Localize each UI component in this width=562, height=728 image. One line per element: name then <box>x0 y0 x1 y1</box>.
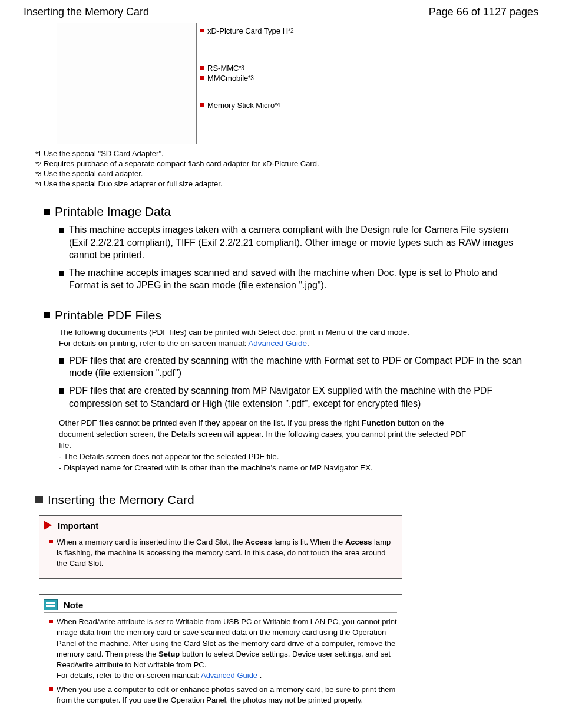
list-item: PDF files that are created by scanning f… <box>69 384 527 410</box>
table-card-label: xD-Picture Card Type H <box>207 27 288 35</box>
function-label: Function <box>362 419 395 427</box>
important-triangle-icon <box>44 521 52 530</box>
bullet-icon <box>49 540 53 543</box>
note-item-1: When Read/write attribute is set to Writ… <box>57 617 397 681</box>
bullet-icon <box>200 76 204 80</box>
pdf-case-2: - Displayed name for Created with is oth… <box>59 463 373 472</box>
page-indicator: Page 66 of 1127 pages <box>429 6 538 18</box>
note-item-2: When you use a computer to edit or enhan… <box>57 684 397 706</box>
bullet-icon <box>59 358 64 364</box>
table-card-sup: *2 <box>288 28 293 34</box>
bullet-icon <box>49 620 53 623</box>
section-heading-printable-pdf: Printable PDF Files <box>55 308 161 322</box>
section-bullet-icon <box>44 209 50 215</box>
footnote-num: *2 <box>35 160 41 167</box>
bullet-icon <box>200 103 204 107</box>
list-item: The machine accepts images scanned and s… <box>69 266 527 292</box>
note-book-icon <box>44 599 58 610</box>
table-card-label: MMCmobile <box>207 74 248 83</box>
pdf-case-1: - The Details screen does not appear for… <box>59 452 279 461</box>
section-heading-printable-image: Printable Image Data <box>55 205 171 219</box>
important-heading: Important <box>58 521 98 531</box>
footnote-text: Use the special "SD Card Adapter". <box>44 149 164 158</box>
pdf-intro-2-post: . <box>307 339 309 348</box>
section-heading-inserting: Inserting the Memory Card <box>48 493 194 507</box>
table-card-sup: *4 <box>275 102 280 108</box>
footnote-num: *4 <box>35 180 41 187</box>
bullet-icon <box>49 687 53 691</box>
table-card-sup: *3 <box>239 65 244 71</box>
table-card-label: Memory Stick Micro <box>207 101 275 110</box>
pdf-other-pre: Other PDF files cannot be printed even i… <box>59 419 362 427</box>
section-bullet-icon <box>44 312 50 318</box>
note-box: Note When Read/write attribute is set to… <box>39 594 402 716</box>
footnote-text: Use the special Duo size adapter or full… <box>44 179 223 188</box>
footnote-num: *3 <box>35 170 41 177</box>
important-text: When a memory card is inserted into the … <box>57 537 397 569</box>
section-square-icon <box>35 496 43 503</box>
advanced-guide-link[interactable]: Advanced Guide <box>248 339 307 348</box>
table-card-sup: *3 <box>248 75 253 81</box>
footnote-text: Requires purchase of a separate compact … <box>44 159 319 168</box>
table-card-label: RS-MMC <box>207 64 239 73</box>
note-heading: Note <box>64 600 83 610</box>
bullet-icon <box>59 228 64 233</box>
bullet-icon <box>200 29 204 32</box>
advanced-guide-link[interactable]: Advanced Guide <box>201 671 257 680</box>
footnote-text: Use the special card adapter. <box>44 169 143 178</box>
bullet-icon <box>59 388 64 394</box>
page-title: Inserting the Memory Card <box>24 6 149 18</box>
pdf-intro-1: The following documents (PDF files) can … <box>59 328 409 337</box>
bullet-icon <box>200 66 204 70</box>
list-item: PDF files that are created by scanning w… <box>69 354 527 380</box>
list-item: This machine accepts images taken with a… <box>69 223 527 262</box>
memory-card-table: xD-Picture Card Type H*2 RS-MMC*3 MMCmob… <box>57 23 419 144</box>
footnote-num: *1 <box>35 150 41 157</box>
bullet-icon <box>59 271 64 276</box>
important-box: Important When a memory card is inserted… <box>39 515 402 579</box>
pdf-intro-2-pre: For details on printing, refer to the on… <box>59 339 248 348</box>
